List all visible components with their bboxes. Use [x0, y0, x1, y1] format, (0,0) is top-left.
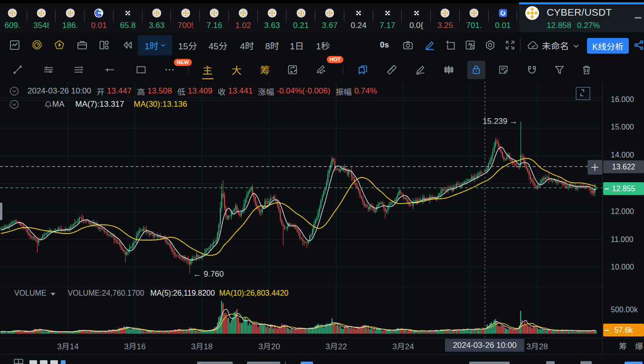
- ohlc-field-label: 开: [96, 85, 104, 97]
- timeframe-option[interactable]: 1秒: [316, 32, 330, 58]
- liquidation-tool-label[interactable]: 爆: [635, 339, 643, 352]
- chart-type-icon[interactable]: [9, 40, 20, 50]
- ticker-item[interactable]: 701.: [460, 3, 489, 32]
- binance-icon: [152, 9, 161, 18]
- price-tick: 15.000: [611, 123, 634, 131]
- ticker-item[interactable]: 3.67: [315, 3, 344, 32]
- clipped-text: [625, 362, 643, 364]
- add-pane-icon[interactable]: [445, 40, 455, 50]
- maximize-pane-button[interactable]: [576, 87, 590, 100]
- volume-title[interactable]: VOLUME: [14, 289, 47, 298]
- trendline-tool-icon[interactable]: [12, 65, 23, 75]
- ticker-price: 1.02: [229, 21, 258, 30]
- ticker-item[interactable]: 0.01: [85, 3, 114, 32]
- ticker-item[interactable]: 3.63: [142, 3, 171, 32]
- candle-pattern-icon[interactable]: [444, 65, 454, 75]
- settings-icon[interactable]: [485, 40, 495, 50]
- signal-badge-icon[interactable]: [465, 40, 475, 50]
- clipped-text-glyph: [61, 360, 66, 364]
- ohlc-field-value: 13.441: [228, 86, 253, 96]
- ticker-item[interactable]: 7.17: [373, 3, 402, 32]
- lock-tool-active[interactable]: [467, 61, 485, 79]
- timeframe-option[interactable]: 15分: [178, 32, 197, 58]
- indicator-tab-3[interactable]: 筹: [260, 58, 270, 82]
- parallel-channel-tool-icon[interactable]: [43, 65, 54, 75]
- timeframe-selected[interactable]: 1时: [138, 35, 172, 56]
- signal-marker-icon[interactable]: [316, 65, 326, 75]
- new-badge: NEW: [174, 59, 192, 66]
- ticker-item[interactable]: 65.8: [114, 3, 142, 32]
- ticker-item[interactable]: 0.21: [286, 3, 315, 32]
- chevron-down-icon: [573, 43, 579, 49]
- ticker-item[interactable]: 609.: [0, 3, 27, 32]
- ticker-item[interactable]: 3.25: [431, 3, 460, 32]
- ticker-price: 701.: [460, 21, 489, 30]
- symbol-tab[interactable]: CYBER/USDT 12.8580.27%: [519, 2, 644, 32]
- panel-collapse-handle[interactable]: [635, 17, 642, 19]
- timeframe-option[interactable]: 1日: [290, 32, 304, 58]
- indicator-tab-1[interactable]: 主: [203, 58, 213, 82]
- drawing-toolbar: NEW 主大筹 HOT: [0, 58, 644, 82]
- clipped-text: [301, 362, 313, 364]
- timeframe-option[interactable]: 4时: [240, 32, 254, 58]
- binance-icon: [8, 9, 17, 18]
- collapse-chevron-icon[interactable]: [9, 86, 19, 96]
- ruler-icon[interactable]: [387, 65, 397, 75]
- trash-icon[interactable]: [581, 65, 592, 75]
- caret-down-icon: [50, 292, 56, 296]
- ticker-item[interactable]: 7.16: [200, 3, 229, 32]
- timeframe-option[interactable]: 8时: [265, 32, 279, 58]
- binance-icon: [210, 9, 219, 18]
- layout-name-label[interactable]: 未命名: [542, 32, 579, 58]
- timeframe-option[interactable]: 45分: [208, 32, 227, 58]
- ticker-item[interactable]: 186.: [56, 3, 85, 32]
- ticker-item[interactable]: 7005.: [171, 3, 200, 32]
- price-tick: 12.000: [611, 207, 634, 216]
- magnet-icon[interactable]: [527, 65, 537, 75]
- rewind-icon[interactable]: [122, 40, 133, 50]
- cloud-saved-icon[interactable]: [527, 40, 540, 50]
- alert-bell-icon[interactable]: [44, 101, 52, 109]
- ticker-item[interactable]: 0.01: [488, 3, 517, 32]
- more-tools-icon[interactable]: [164, 65, 175, 75]
- compare-refresh-icon[interactable]: [287, 65, 298, 75]
- kline-analysis-button[interactable]: K线分析: [587, 38, 629, 54]
- ma-title: MA: [52, 100, 65, 109]
- ticker-item[interactable]: 1.02: [229, 3, 258, 32]
- bookmark-icon[interactable]: [358, 65, 368, 75]
- rectangle-tool-icon[interactable]: [136, 65, 146, 75]
- crosshair-plus-button[interactable]: [587, 160, 602, 175]
- clipped-text-glyph: [29, 360, 37, 364]
- horizontal-lines-tool-icon[interactable]: [74, 65, 84, 75]
- ticker-item[interactable]: 0.0{: [402, 3, 431, 32]
- ma-legend: MA MA(7):13.317 MA(30):13.136: [9, 99, 187, 110]
- ticker-price: 0.01: [488, 21, 517, 30]
- draw-pencil-icon[interactable]: [425, 40, 435, 50]
- screenshot-camera-icon[interactable]: [403, 40, 413, 50]
- last-price-text: 12.855: [612, 185, 635, 193]
- brush-tool-icon[interactable]: [415, 65, 426, 75]
- low-annotation: ← 9.760: [193, 270, 224, 279]
- layout-icon[interactable]: [99, 40, 109, 50]
- ticker-item[interactable]: 0.24: [344, 3, 373, 32]
- collapse-chevron-icon[interactable]: [9, 100, 19, 109]
- indicator-tab-2[interactable]: 大: [232, 58, 242, 82]
- pane-resize-handle[interactable]: [0, 203, 2, 220]
- order-note-icon[interactable]: [498, 65, 509, 75]
- ticker-item[interactable]: 3548.: [27, 3, 56, 32]
- last-volume-text: 57.6k: [614, 326, 633, 335]
- horizontal-ray-tool-icon[interactable]: [104, 65, 115, 75]
- gauge-icon[interactable]: [32, 40, 42, 50]
- share-icon[interactable]: [634, 40, 644, 50]
- last-volume-label: 57.6k: [603, 324, 644, 336]
- candlestick-chart[interactable]: 15.239 →← 9.760: [0, 82, 602, 354]
- ticker-price: 0.24: [344, 21, 373, 30]
- ohlc-field-value: -0.04%(-0.006): [276, 86, 330, 96]
- chips-tool-label[interactable]: 筹: [619, 339, 627, 352]
- briefcase-icon[interactable]: [77, 40, 87, 50]
- fullscreen-icon[interactable]: [505, 40, 515, 50]
- grid-layout-icon[interactable]: [13, 358, 24, 364]
- ticker-item[interactable]: 3.63: [257, 3, 286, 32]
- flash-order-icon[interactable]: [54, 40, 65, 50]
- filter-icon[interactable]: [554, 65, 565, 75]
